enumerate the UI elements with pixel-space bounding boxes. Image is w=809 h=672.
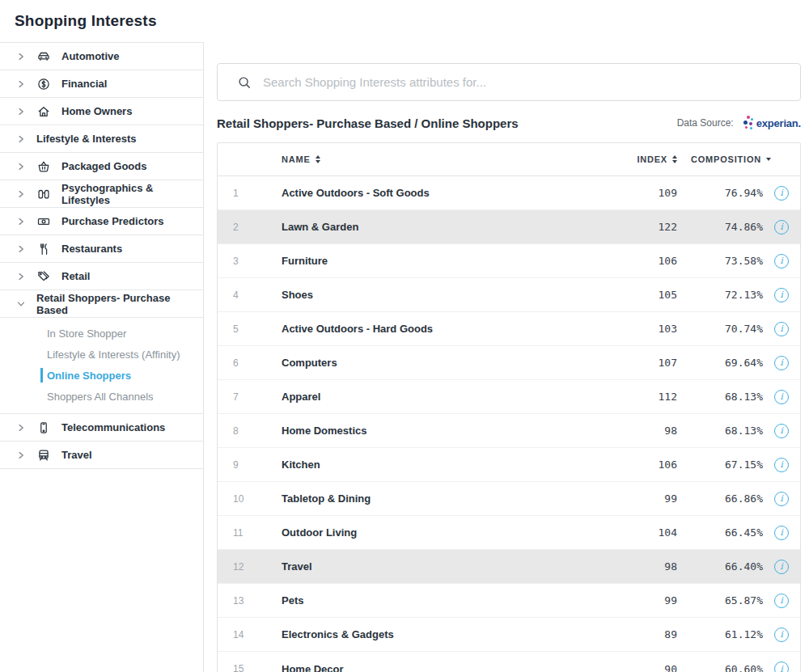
- table-row[interactable]: 4Shoes10572.13%i: [218, 278, 800, 312]
- info-icon[interactable]: i: [774, 220, 789, 235]
- sidebar-item-label: Purchase Predictors: [61, 215, 163, 227]
- info-icon[interactable]: i: [774, 356, 789, 370]
- row-rank: 14: [218, 629, 266, 640]
- row-composition: 68.13%: [677, 425, 763, 437]
- info-icon[interactable]: i: [774, 390, 789, 404]
- row-name: Active Outdoors - Soft Goods: [266, 187, 611, 199]
- row-name: Apparel: [266, 391, 611, 403]
- car-icon: [36, 49, 51, 64]
- table-row[interactable]: 10Tabletop & Dining9966.86%i: [218, 482, 800, 516]
- column-header-composition[interactable]: COMPOSITION: [677, 154, 800, 164]
- table-row[interactable]: 5Active Outdoors - Hard Goods10370.74%i: [218, 312, 800, 346]
- data-source: Data Source: experian.: [677, 116, 801, 130]
- row-composition: 68.13%: [677, 391, 763, 403]
- sidebar-item-home-owners[interactable]: Home Owners: [0, 98, 203, 125]
- table-row[interactable]: 15Home Decor9060.60%i: [218, 652, 800, 672]
- chevron-right-icon: [16, 217, 26, 226]
- search-input[interactable]: [263, 75, 789, 89]
- experian-wordmark: experian.: [756, 117, 801, 129]
- search-box: [217, 63, 801, 101]
- info-icon[interactable]: i: [774, 288, 789, 302]
- table-row[interactable]: 13Pets9965.87%i: [218, 584, 800, 618]
- info-icon[interactable]: i: [774, 186, 789, 201]
- info-icon[interactable]: i: [774, 560, 789, 574]
- table-row[interactable]: 2Lawn & Garden12274.86%i: [218, 210, 800, 244]
- sidebar-item-purchase-predictors[interactable]: Purchase Predictors: [0, 208, 203, 235]
- info-icon[interactable]: i: [774, 628, 789, 642]
- sidebar-item-lifestyle-interests[interactable]: Lifestyle & Interests: [0, 125, 203, 153]
- chevron-right-icon: [16, 423, 26, 433]
- data-source-label: Data Source:: [677, 117, 734, 129]
- sidebar-subitem-shoppers-all-channels[interactable]: Shoppers All Channels: [0, 386, 203, 407]
- sidebar-item-packaged-goods[interactable]: Packaged Goods: [0, 153, 203, 180]
- row-name: Lawn & Garden: [266, 221, 611, 233]
- row-rank: 1: [218, 188, 266, 199]
- active-indicator-bar: [40, 368, 43, 382]
- row-index: 99: [611, 492, 677, 505]
- row-index: 103: [611, 323, 677, 335]
- row-composition: 67.15%: [677, 459, 763, 471]
- chevron-right-icon: [16, 134, 26, 144]
- row-index: 99: [611, 594, 677, 606]
- sidebar-item-automotive[interactable]: Automotive: [0, 43, 203, 70]
- row-index: 90: [611, 663, 677, 672]
- row-composition: 61.12%: [677, 628, 763, 640]
- row-info-cell: i: [763, 594, 800, 608]
- info-icon[interactable]: i: [774, 526, 789, 540]
- home-icon: [36, 104, 51, 119]
- row-index: 105: [611, 289, 677, 301]
- breadcrumb: Retail Shoppers- Purchase Based / Online…: [217, 116, 519, 130]
- info-icon[interactable]: i: [774, 594, 789, 608]
- row-composition: 66.40%: [677, 560, 763, 573]
- sidebar-subitem-online-shoppers[interactable]: Online Shoppers: [0, 365, 203, 386]
- table-row[interactable]: 3Furniture10673.58%i: [218, 244, 800, 278]
- sort-both-icon: [316, 155, 320, 163]
- sidebar-item-telecommunications[interactable]: Telecommunications: [0, 414, 203, 442]
- chevron-right-icon: [16, 107, 26, 116]
- info-icon[interactable]: i: [774, 458, 789, 472]
- row-composition: 66.45%: [677, 526, 763, 539]
- sidebar-subitem-label: In Store Shopper: [47, 328, 126, 340]
- table-row[interactable]: 1Active Outdoors - Soft Goods10976.94%i: [218, 176, 800, 210]
- row-composition: 74.86%: [677, 221, 763, 233]
- content-header: Retail Shoppers- Purchase Based / Online…: [217, 116, 801, 130]
- sidebar-item-retail-shoppers-purchase-based[interactable]: Retail Shoppers- Purchase Based: [0, 290, 203, 318]
- sidebar-item-retail[interactable]: Retail: [0, 263, 203, 290]
- row-info-cell: i: [763, 356, 800, 370]
- table-row[interactable]: 9Kitchen10667.15%i: [218, 448, 800, 482]
- table-row[interactable]: 12Travel9866.40%i: [218, 550, 800, 584]
- row-name: Pets: [266, 594, 611, 606]
- info-icon[interactable]: i: [774, 424, 789, 438]
- sidebar-subitem-lifestyle-interests-affinity[interactable]: Lifestyle & Interests (Affinity): [0, 344, 203, 365]
- row-index: 104: [611, 526, 677, 539]
- column-header-name[interactable]: NAME: [266, 154, 611, 164]
- sidebar-list: AutomotiveFinancialHome OwnersLifestyle …: [0, 42, 203, 469]
- row-info-cell: i: [763, 526, 800, 540]
- sidebar-item-travel[interactable]: Travel: [0, 442, 203, 469]
- column-header-index[interactable]: INDEX: [611, 154, 677, 164]
- sidebar-item-restaurants[interactable]: Restaurants: [0, 235, 203, 263]
- sidebar-item-psychographics-lifestyles[interactable]: Psychographics & Lifestyles: [0, 180, 203, 208]
- info-icon[interactable]: i: [774, 661, 789, 672]
- search-icon: [237, 75, 252, 90]
- row-name: Furniture: [266, 255, 611, 267]
- table-row[interactable]: 11Outdoor Living10466.45%i: [218, 516, 800, 550]
- column-label: NAME: [282, 154, 311, 164]
- info-icon[interactable]: i: [774, 254, 789, 268]
- row-info-cell: i: [763, 492, 800, 506]
- row-composition: 73.58%: [677, 255, 763, 267]
- info-icon[interactable]: i: [774, 322, 789, 336]
- sidebar-item-label: Telecommunications: [61, 421, 165, 433]
- row-rank: 13: [218, 595, 266, 606]
- row-name: Active Outdoors - Hard Goods: [266, 323, 611, 335]
- sidebar-item-label: Psychographics & Lifestyles: [61, 182, 203, 206]
- table-row[interactable]: 7Apparel11268.13%i: [218, 380, 800, 414]
- table-row[interactable]: 14Electronics & Gadgets8961.12%i: [218, 618, 800, 652]
- chevron-right-icon: [16, 79, 26, 89]
- table-row[interactable]: 6Computers10769.64%i: [218, 346, 800, 380]
- table-row[interactable]: 8Home Domestics9868.13%i: [218, 414, 800, 448]
- sidebar-item-financial[interactable]: Financial: [0, 70, 203, 98]
- info-icon[interactable]: i: [774, 492, 789, 506]
- row-composition: 65.87%: [677, 594, 763, 606]
- sidebar-subitem-in-store-shopper[interactable]: In Store Shopper: [0, 323, 203, 344]
